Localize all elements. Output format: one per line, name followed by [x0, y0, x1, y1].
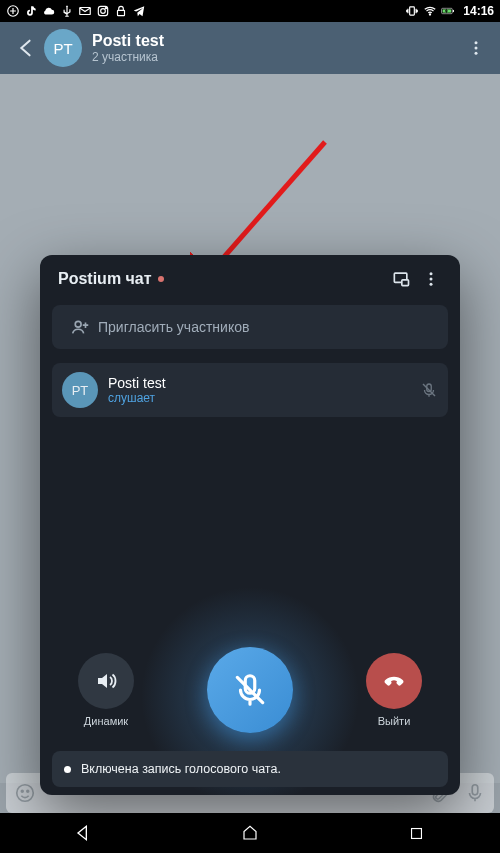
status-bar-left: [6, 4, 146, 18]
telegram-icon: [132, 4, 146, 18]
nav-back[interactable]: [53, 823, 113, 843]
app-icon-tiktok: [24, 4, 38, 18]
svg-point-13: [475, 52, 478, 55]
svg-point-14: [17, 785, 34, 802]
recording-dot-icon: [158, 276, 164, 282]
speaker-label: Динамик: [84, 715, 128, 727]
invite-participants-button[interactable]: Пригласить участников: [52, 305, 448, 349]
back-button[interactable]: [10, 37, 40, 59]
svg-rect-9: [453, 10, 454, 12]
status-time: 14:16: [463, 4, 494, 18]
svg-point-22: [430, 278, 433, 281]
status-bar: 14:16: [0, 0, 500, 22]
svg-rect-17: [472, 785, 478, 795]
battery-icon: [441, 4, 455, 18]
voice-chat-header: Postium чат: [40, 255, 460, 299]
instagram-icon: [96, 4, 110, 18]
participant-row[interactable]: PT Posti test слушает: [52, 363, 448, 417]
participant-muted-icon: [420, 381, 438, 399]
emoji-icon[interactable]: [14, 782, 36, 804]
usb-icon: [60, 4, 74, 18]
nav-recent[interactable]: [387, 825, 447, 842]
invite-icon: [69, 316, 91, 338]
nav-home[interactable]: [220, 824, 280, 842]
svg-point-4: [105, 8, 106, 9]
leave-label: Выйти: [378, 715, 411, 727]
svg-point-16: [27, 790, 29, 792]
wifi-icon: [423, 4, 437, 18]
speaker-icon: [94, 669, 118, 693]
svg-point-24: [75, 321, 81, 327]
mic-toggle-button[interactable]: [207, 647, 293, 733]
svg-point-12: [475, 47, 478, 50]
header-avatar[interactable]: PT: [44, 29, 82, 67]
app-icon-1: [6, 4, 20, 18]
hangup-icon: [381, 668, 407, 694]
mic-muted-icon: [231, 671, 269, 709]
svg-point-11: [475, 41, 478, 44]
svg-rect-20: [402, 280, 409, 286]
header-subtitle: 2 участника: [92, 50, 462, 64]
voice-chat-more-button[interactable]: [416, 270, 446, 288]
speaker-button[interactable]: Динамик: [66, 653, 146, 727]
svg-rect-29: [412, 828, 422, 838]
voice-chat-panel: Postium чат Пригласить участников PT Pos…: [40, 255, 460, 795]
cloud-icon: [42, 4, 56, 18]
recording-banner[interactable]: Включена запись голосового чата.: [52, 751, 448, 787]
participant-avatar: PT: [62, 372, 98, 408]
lock-icon: [114, 4, 128, 18]
app-bar: PT Posti test 2 участника: [0, 22, 500, 74]
svg-rect-5: [118, 10, 125, 15]
svg-point-7: [430, 14, 431, 15]
leave-button[interactable]: Выйти: [354, 653, 434, 727]
header-title: Posti test: [92, 32, 462, 50]
android-nav-bar: [0, 813, 500, 853]
recording-banner-dot-icon: [64, 766, 71, 773]
header-title-block[interactable]: Posti test 2 участника: [92, 32, 462, 64]
voice-chat-title: Postium чат: [58, 270, 152, 288]
recording-banner-text: Включена запись голосового чата.: [81, 762, 281, 776]
minimize-button[interactable]: [386, 269, 416, 289]
svg-point-3: [101, 9, 106, 14]
participant-status: слушает: [108, 391, 166, 405]
mail-icon: [78, 4, 92, 18]
svg-point-23: [430, 283, 433, 286]
svg-rect-6: [410, 7, 415, 15]
header-more-button[interactable]: [462, 39, 490, 57]
svg-point-15: [21, 790, 23, 792]
status-bar-right: 14:16: [405, 4, 494, 18]
svg-point-21: [430, 272, 433, 275]
invite-label: Пригласить участников: [98, 319, 249, 335]
participant-name: Posti test: [108, 375, 166, 391]
mic-icon-compose[interactable]: [464, 782, 486, 804]
vibrate-icon: [405, 4, 419, 18]
